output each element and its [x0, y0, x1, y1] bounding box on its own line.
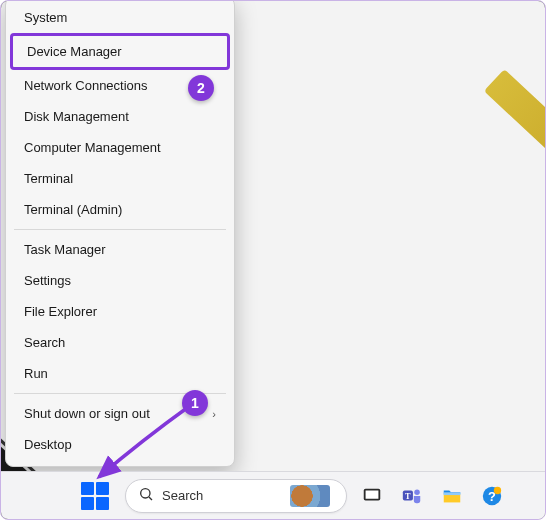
menu-item-device-manager[interactable]: Device Manager: [13, 36, 227, 67]
annotation-highlight: Device Manager: [10, 33, 230, 70]
svg-point-11: [494, 486, 501, 493]
svg-point-6: [414, 489, 420, 495]
menu-item-label: System: [24, 10, 67, 25]
svg-rect-8: [444, 492, 461, 495]
taskbar-search[interactable]: Search: [125, 479, 347, 513]
menu-item-label: Shut down or sign out: [24, 406, 150, 421]
menu-item-terminal[interactable]: Terminal: [10, 163, 230, 194]
menu-item-label: Terminal (Admin): [24, 202, 122, 217]
menu-item-label: Search: [24, 335, 65, 350]
menu-item-desktop[interactable]: Desktop: [10, 429, 230, 460]
svg-rect-3: [366, 490, 379, 498]
menu-item-label: Device Manager: [27, 44, 122, 59]
menu-item-label: Disk Management: [24, 109, 129, 124]
menu-item-computer-management[interactable]: Computer Management: [10, 132, 230, 163]
search-highlight-art: [290, 485, 330, 507]
menu-item-search[interactable]: Search: [10, 327, 230, 358]
menu-item-label: Network Connections: [24, 78, 148, 93]
menu-item-settings[interactable]: Settings: [10, 265, 230, 296]
annotation-badge-2: 2: [188, 75, 214, 101]
svg-point-0: [141, 489, 150, 498]
menu-item-label: Terminal: [24, 171, 73, 186]
menu-item-file-explorer[interactable]: File Explorer: [10, 296, 230, 327]
tips-icon[interactable]: ?: [477, 481, 507, 511]
menu-item-run[interactable]: Run: [10, 358, 230, 389]
teams-icon[interactable]: T: [397, 481, 427, 511]
annotation-badge-1: 1: [182, 390, 208, 416]
menu-item-label: File Explorer: [24, 304, 97, 319]
menu-item-label: Settings: [24, 273, 71, 288]
menu-item-task-manager[interactable]: Task Manager: [10, 234, 230, 265]
taskbar: Search T ?: [1, 471, 545, 519]
start-button[interactable]: [81, 482, 109, 510]
search-icon: [138, 486, 154, 505]
svg-rect-7: [444, 494, 461, 502]
menu-item-label: Task Manager: [24, 242, 106, 257]
svg-line-1: [149, 497, 152, 500]
menu-item-label: Run: [24, 366, 48, 381]
task-view-icon[interactable]: [357, 481, 387, 511]
menu-item-disk-management[interactable]: Disk Management: [10, 101, 230, 132]
file-explorer-icon[interactable]: [437, 481, 467, 511]
menu-item-terminal-admin[interactable]: Terminal (Admin): [10, 194, 230, 225]
search-label: Search: [162, 488, 203, 503]
svg-text:T: T: [405, 491, 411, 500]
menu-separator: [14, 229, 226, 230]
menu-item-label: Computer Management: [24, 140, 161, 155]
menu-item-label: Desktop: [24, 437, 72, 452]
chevron-right-icon: ›: [212, 408, 216, 420]
menu-item-system[interactable]: System: [10, 2, 230, 33]
